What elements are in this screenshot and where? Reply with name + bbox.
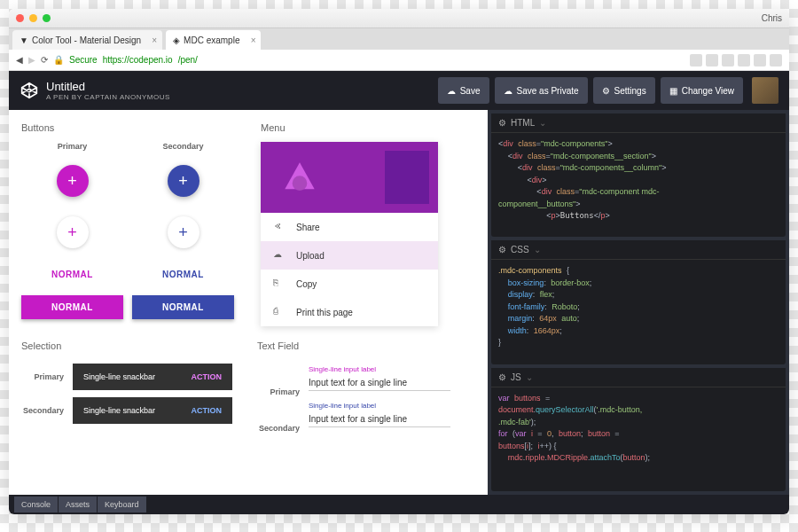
forward-icon[interactable]: ▶: [28, 55, 35, 65]
extension-icon[interactable]: [722, 54, 734, 66]
menu-item-copy[interactable]: ⎘Copy: [261, 270, 438, 298]
browser-tab[interactable]: ▼ Color Tool - Material Design ×: [12, 30, 162, 50]
row-label: Secondary: [257, 424, 300, 433]
extension-icon[interactable]: [706, 54, 718, 66]
back-icon[interactable]: ◀: [16, 55, 23, 65]
code-area[interactable]: var buttons = document.querySelectorAll(…: [491, 387, 786, 491]
html-editor: ⚙HTML⌄ <div class="mdc-components"> <div…: [491, 113, 786, 237]
chevron-down-icon[interactable]: ⌄: [539, 118, 546, 128]
raised-button-secondary[interactable]: NORMAL: [132, 295, 234, 319]
gear-icon[interactable]: ⚙: [498, 372, 506, 382]
secure-label: Secure: [69, 55, 98, 65]
tab-label: MDC example: [184, 35, 239, 45]
section-heading: Buttons: [21, 122, 243, 133]
extensions: [690, 54, 782, 66]
text-input-primary[interactable]: [309, 375, 450, 391]
raised-button-primary[interactable]: NORMAL: [21, 295, 123, 319]
menu-section: Menu ⪡Share ☁Upload ⎘Copy ⎙Print this pa…: [261, 122, 475, 326]
row-label: Secondary: [21, 406, 64, 415]
tab-favicon: ▼: [20, 35, 28, 45]
extension-icon[interactable]: [738, 54, 750, 66]
chevron-down-icon[interactable]: ⌄: [526, 372, 533, 382]
fab-primary[interactable]: +: [57, 165, 89, 197]
address-bar: ◀ ▶ ⟳ 🔒 Secure https://codepen.io/pen/: [9, 50, 789, 71]
tab-favicon: ◈: [173, 35, 180, 45]
editor-column: ⚙HTML⌄ <div class="mdc-components"> <div…: [488, 110, 789, 495]
upload-icon: ☁: [273, 249, 286, 262]
close-icon[interactable]: ×: [251, 35, 256, 45]
url-path[interactable]: /pen/: [178, 55, 198, 65]
preview-pane: Buttons Primary Secondary + + + + NORMAL…: [9, 110, 488, 495]
lock-icon: 🔒: [53, 55, 64, 65]
buttons-section: Buttons Primary Secondary + + + + NORMAL…: [21, 122, 243, 326]
svg-point-0: [293, 176, 308, 191]
menu-item-print[interactable]: ⎙Print this page: [261, 298, 438, 326]
pen-title-block: Untitled A PEN BY CAPTAIN ANONYMOUS: [46, 80, 170, 101]
url-host[interactable]: https://codepen.io: [103, 55, 173, 65]
browser-tab-strip: ▼ Color Tool - Material Design × ◈ MDC e…: [9, 28, 789, 50]
snackbar-secondary[interactable]: Single-line snackbarACTION: [73, 397, 232, 424]
snackbar-action[interactable]: ACTION: [192, 372, 223, 381]
print-icon: ⎙: [273, 306, 286, 318]
minimize-window-icon[interactable]: [29, 14, 37, 22]
browser-tab[interactable]: ◈ MDC example ×: [166, 30, 261, 50]
fab-secondary-outline[interactable]: +: [168, 216, 200, 248]
extension-icon[interactable]: [690, 54, 702, 66]
traffic-lights: [16, 14, 51, 22]
assets-button[interactable]: Assets: [59, 497, 97, 512]
extension-icon[interactable]: [770, 54, 782, 66]
avatar[interactable]: [752, 77, 778, 104]
textfield-section: Text Field Primary Single-line input lab…: [257, 340, 475, 433]
menu-card: ⪡Share ☁Upload ⎘Copy ⎙Print this page: [261, 142, 438, 326]
editor-title: CSS: [511, 245, 529, 254]
js-editor: ⚙JS⌄ var buttons = document.querySelecto…: [491, 368, 786, 491]
cloud-lock-icon: ☁: [504, 86, 512, 96]
settings-button[interactable]: ⚙Settings: [593, 77, 655, 104]
pen-title[interactable]: Untitled: [46, 80, 170, 93]
text-button-secondary[interactable]: NORMAL: [132, 262, 234, 286]
change-view-button[interactable]: ▦Change View: [661, 77, 743, 104]
code-area[interactable]: <div class="mdc-components"> <div class=…: [491, 133, 786, 237]
gear-icon[interactable]: ⚙: [498, 245, 506, 254]
editor-title: JS: [511, 372, 521, 382]
copy-icon: ⎘: [273, 278, 286, 290]
close-window-icon[interactable]: [16, 14, 24, 22]
chevron-down-icon[interactable]: ⌄: [534, 245, 541, 254]
codepen-footer: Console Assets Keyboard: [9, 495, 789, 514]
pen-author: A PEN BY CAPTAIN ANONYMOUS: [46, 93, 170, 101]
menu-item-upload[interactable]: ☁Upload: [261, 241, 438, 270]
cloud-icon: ☁: [447, 86, 456, 96]
save-button[interactable]: ☁Save: [438, 77, 489, 104]
row-label: Primary: [21, 372, 64, 381]
text-button-primary[interactable]: NORMAL: [21, 262, 123, 286]
codepen-logo-icon[interactable]: [20, 81, 39, 100]
snackbar-action[interactable]: ACTION: [192, 406, 223, 415]
column-header: Secondary: [132, 142, 234, 151]
section-heading: Text Field: [257, 340, 475, 351]
editor-title: HTML: [511, 118, 535, 128]
input-label: Single-line input label: [309, 402, 450, 410]
row-label: Primary: [257, 387, 300, 396]
codepen-body: Buttons Primary Secondary + + + + NORMAL…: [9, 110, 789, 495]
save-private-button[interactable]: ☁Save as Private: [495, 77, 588, 104]
extension-icon[interactable]: [754, 54, 766, 66]
codepen-header: Untitled A PEN BY CAPTAIN ANONYMOUS ☁Sav…: [9, 71, 789, 110]
snackbar-primary[interactable]: Single-line snackbarACTION: [73, 364, 232, 390]
fab-secondary[interactable]: +: [168, 165, 200, 197]
gear-icon[interactable]: ⚙: [498, 118, 506, 128]
keyboard-button[interactable]: Keyboard: [98, 497, 146, 512]
os-username: Chris: [762, 13, 782, 23]
maximize-window-icon[interactable]: [43, 14, 51, 22]
column-header: Primary: [21, 142, 123, 151]
reload-icon[interactable]: ⟳: [41, 55, 48, 65]
fab-primary-outline[interactable]: +: [57, 216, 89, 248]
layout-icon: ▦: [669, 86, 677, 96]
close-icon[interactable]: ×: [152, 35, 157, 45]
text-input-secondary[interactable]: [309, 411, 450, 427]
macos-title-bar: Chris: [9, 9, 789, 28]
input-label: Single-line input label: [309, 365, 450, 373]
code-area[interactable]: .mdc-components { box-sizing: border-box…: [491, 260, 786, 364]
section-heading: Selection: [21, 340, 239, 351]
menu-item-share[interactable]: ⪡Share: [261, 213, 438, 241]
console-button[interactable]: Console: [14, 497, 58, 512]
